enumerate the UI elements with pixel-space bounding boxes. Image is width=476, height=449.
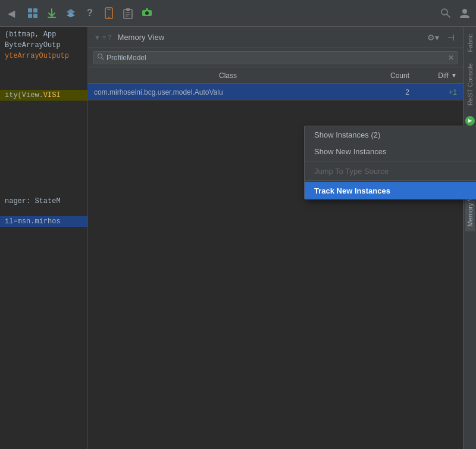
settings-icon[interactable]: ⚙▾ bbox=[425, 32, 441, 43]
svg-rect-2 bbox=[28, 14, 32, 18]
panel-arrow[interactable]: ▼ ≡ 7 bbox=[94, 34, 112, 41]
code-line-selected: il=msn.mirhos bbox=[0, 216, 87, 227]
menu-item-show-instances[interactable]: Show Instances (2) bbox=[305, 126, 476, 143]
gradle-icon: ▶ bbox=[465, 116, 475, 126]
main-layout: (bitmap, App ByteArrayOutp yteArrayOutpu… bbox=[0, 27, 476, 449]
menu-item-show-new-instances[interactable]: Show New Instances bbox=[305, 143, 476, 160]
svg-line-19 bbox=[447, 14, 450, 17]
svg-point-21 bbox=[98, 54, 102, 58]
memory-view-header: ▼ ≡ 7 Memory View ⚙▾ ⊣ bbox=[88, 27, 463, 48]
toolbar-icon-download[interactable] bbox=[45, 7, 58, 20]
sidebar-tab-fabric[interactable]: Fabric bbox=[465, 29, 475, 57]
left-code-panel: (bitmap, App ByteArrayOutp yteArrayOutpu… bbox=[0, 27, 88, 449]
right-panel: ▼ ≡ 7 Memory View ⚙▾ ⊣ ✕ Class Cou bbox=[88, 27, 463, 449]
code-line bbox=[0, 61, 87, 90]
svg-rect-4 bbox=[48, 17, 56, 18]
row-class-name: com.mirhoseini.bcg.user.model.AutoValu bbox=[88, 88, 368, 96]
row-count: 2 bbox=[368, 88, 415, 96]
search-icon bbox=[97, 53, 104, 62]
sidebar-tab-rest-console[interactable]: ReST Console bbox=[465, 58, 475, 110]
column-header-diff: Diff ▼ bbox=[415, 71, 463, 80]
svg-rect-3 bbox=[33, 14, 37, 18]
svg-line-22 bbox=[102, 58, 104, 60]
toolbar-icon-device[interactable] bbox=[102, 7, 115, 20]
table-row[interactable]: com.mirhoseini.bcg.user.model.AutoValu 2… bbox=[88, 84, 463, 101]
code-line: (bitmap, App bbox=[0, 29, 87, 40]
right-sidebar: Fabric ReST Console ▶ Gradle ≡ Memory Vi… bbox=[463, 27, 476, 449]
toolbar-icon-green[interactable] bbox=[140, 7, 154, 20]
toolbar: ◀ ? bbox=[0, 0, 476, 27]
user-icon[interactable] bbox=[458, 7, 471, 20]
code-line-highlight: ity(View.VISI bbox=[0, 90, 87, 101]
toolbar-icon-clipboard[interactable] bbox=[121, 7, 134, 20]
search-input-wrapper: ✕ bbox=[93, 51, 458, 64]
svg-rect-8 bbox=[107, 9, 111, 10]
menu-divider bbox=[305, 161, 476, 161]
row-diff: +1 bbox=[415, 88, 463, 96]
search-input[interactable] bbox=[107, 54, 448, 62]
svg-point-17 bbox=[145, 11, 149, 15]
column-header-count: Count bbox=[368, 71, 415, 80]
svg-rect-1 bbox=[33, 8, 37, 13]
svg-point-20 bbox=[462, 9, 467, 14]
svg-marker-6 bbox=[67, 13, 75, 17]
menu-item-track-new-instances[interactable]: Track New Instances bbox=[305, 182, 476, 199]
svg-rect-11 bbox=[126, 8, 130, 11]
context-menu: Show Instances (2) Show New Instances Ju… bbox=[304, 126, 476, 199]
menu-divider-2 bbox=[305, 180, 476, 181]
back-button[interactable]: ◀ bbox=[5, 7, 18, 20]
memory-view-title: Memory View bbox=[118, 33, 268, 42]
code-line: nager: StateM bbox=[0, 196, 87, 207]
svg-rect-0 bbox=[28, 8, 32, 13]
table-header: Class Count Diff ▼ bbox=[88, 67, 463, 84]
search-bar: ✕ bbox=[88, 48, 463, 67]
column-header-class: Class bbox=[88, 71, 368, 80]
svg-point-9 bbox=[108, 17, 109, 18]
svg-rect-16 bbox=[146, 8, 148, 10]
toolbar-icon-layers[interactable] bbox=[64, 7, 77, 20]
menu-item-jump-to-source: Jump To Type Source bbox=[305, 163, 476, 179]
toolbar-icon-help[interactable]: ? bbox=[83, 7, 96, 20]
search-button[interactable] bbox=[439, 7, 452, 20]
code-line: ByteArrayOutp bbox=[0, 40, 87, 51]
code-line: yteArrayOutputp bbox=[0, 51, 87, 61]
search-clear-button[interactable]: ✕ bbox=[448, 54, 454, 62]
pin-icon[interactable]: ⊣ bbox=[445, 32, 457, 43]
toolbar-icon-layout[interactable] bbox=[26, 7, 39, 20]
